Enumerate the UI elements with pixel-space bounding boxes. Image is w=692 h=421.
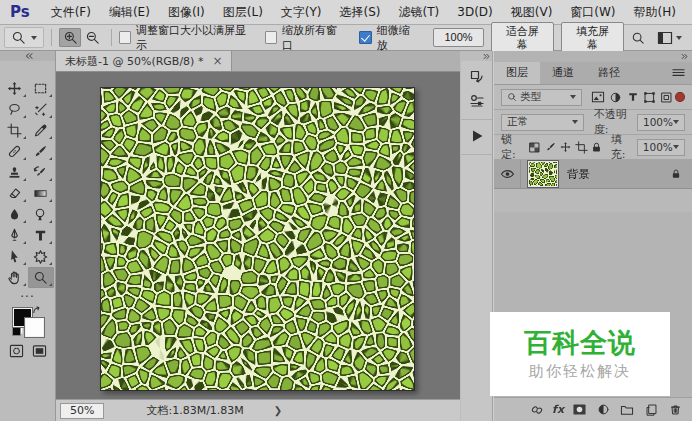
lock-image-icon[interactable] (543, 138, 559, 156)
layer-name[interactable]: 背景 (567, 167, 590, 182)
marquee-tool[interactable] (28, 78, 54, 99)
actions-panel-icon[interactable] (465, 125, 488, 147)
menu-type[interactable]: 文字(Y) (272, 1, 331, 24)
filter-adjustment-layers-icon[interactable] (607, 88, 624, 106)
layer-row-background[interactable]: 背景 (494, 160, 692, 189)
checkbox-icon (265, 31, 277, 44)
lock-transparency-icon[interactable] (527, 138, 543, 156)
healing-brush-tool[interactable] (2, 141, 28, 162)
eyedropper-tool[interactable] (28, 120, 54, 141)
filter-type-layers-icon[interactable] (624, 88, 641, 106)
filter-type-dropdown[interactable]: 类型 (501, 89, 582, 106)
menu-edit[interactable]: 编辑(E) (100, 1, 159, 24)
blend-mode-dropdown[interactable]: 正常 (501, 114, 584, 131)
status-bar: 50% 文档:1.83M/1.83M ❯ (56, 399, 460, 421)
history-brush-tool[interactable] (28, 162, 54, 183)
shape-tool[interactable] (28, 246, 54, 267)
current-tool-selector[interactable] (4, 27, 44, 48)
quick-mask-button[interactable] (9, 344, 24, 358)
scrubby-zoom-checkbox[interactable]: 细微缩放 (359, 23, 417, 53)
actual-pixels-button[interactable]: 100% (433, 28, 483, 47)
gradient-tool[interactable] (28, 183, 54, 204)
pen-tool[interactable] (2, 225, 28, 246)
zoom-all-windows-checkbox[interactable]: 缩放所有窗口 (265, 23, 344, 53)
menu-filter[interactable]: 滤镜(T) (390, 1, 449, 24)
stained-glass-texture[interactable] (101, 88, 414, 390)
panel-menu-icon[interactable] (665, 62, 692, 84)
opacity-dropdown[interactable]: 100% (637, 114, 685, 131)
menu-select[interactable]: 选择(S) (331, 1, 390, 24)
layer-thumbnail[interactable] (528, 161, 558, 187)
background-color[interactable] (25, 318, 44, 337)
adjustment-layer-icon[interactable] (594, 401, 612, 419)
hand-tool[interactable] (2, 267, 28, 288)
crop-tool[interactable] (2, 120, 28, 141)
new-group-icon[interactable] (618, 401, 636, 419)
layer-style-icon[interactable]: fx (552, 403, 564, 416)
new-layer-icon[interactable] (642, 401, 660, 419)
fill-value: 100% (643, 141, 673, 153)
fill-dropdown[interactable]: 100% (637, 139, 685, 156)
zoom-all-windows-label: 缩放所有窗口 (282, 23, 343, 53)
zoom-in-button[interactable] (59, 28, 81, 47)
fit-screen-button[interactable]: 适合屏幕 (491, 22, 554, 54)
filter-toggle-light[interactable] (675, 92, 685, 102)
add-mask-icon[interactable] (570, 401, 588, 419)
menu-help[interactable]: 帮助(H) (625, 1, 685, 24)
swap-colors-icon[interactable] (32, 306, 43, 317)
canvas-workspace[interactable] (56, 72, 460, 400)
magic-wand-tool[interactable] (28, 99, 54, 120)
tool-grid (0, 78, 55, 288)
path-selection-tool[interactable] (2, 246, 28, 267)
blur-tool[interactable] (2, 204, 28, 225)
link-layers-icon[interactable] (528, 401, 546, 419)
lock-position-icon[interactable] (558, 138, 574, 156)
lasso-tool[interactable] (2, 99, 28, 120)
clone-stamp-tool[interactable] (2, 162, 28, 183)
menu-file[interactable]: 文件(F) (42, 1, 100, 24)
zoom-out-button[interactable] (81, 28, 103, 47)
filter-smart-objects-icon[interactable] (658, 88, 675, 106)
zoom-tool[interactable] (28, 267, 54, 288)
menu-image[interactable]: 图像(I) (159, 1, 214, 24)
history-panel-icon[interactable] (465, 66, 488, 88)
close-icon[interactable]: × (212, 56, 222, 67)
lock-label: 锁定: (501, 132, 523, 162)
dodge-tool[interactable] (28, 204, 54, 225)
menu-layer[interactable]: 图层(L) (214, 1, 272, 24)
resize-windows-checkbox[interactable]: 调整窗口大小以满屏显示 (119, 23, 249, 53)
eraser-tool[interactable] (2, 183, 28, 204)
zoom-level-field[interactable]: 50% (60, 403, 104, 419)
dock-collapse-handle[interactable] (461, 51, 492, 61)
edit-toolbar-ellipsis[interactable]: ··· (0, 292, 55, 302)
brush-tool[interactable] (28, 141, 54, 162)
status-options-chevron[interactable]: ❯ (274, 405, 282, 416)
document-tab[interactable]: 未标题-1 @ 50%(RGB/8) * × (56, 51, 232, 71)
tab-channels[interactable]: 通道 (540, 62, 586, 84)
tab-layers[interactable]: 图层 (494, 62, 540, 84)
menu-3d[interactable]: 3D(D) (448, 1, 501, 24)
move-tool[interactable] (2, 78, 28, 99)
filter-pixel-layers-icon[interactable] (590, 88, 607, 106)
default-colors-icon[interactable] (12, 327, 21, 336)
lock-all-icon[interactable] (589, 138, 605, 156)
panel-collapse-handle[interactable] (494, 51, 692, 62)
lock-artboard-icon[interactable] (574, 138, 590, 156)
menu-window[interactable]: 窗口(W) (561, 1, 624, 24)
delete-layer-icon[interactable] (666, 401, 684, 419)
watermark-title: 百科全说 (524, 329, 636, 356)
toolbar-collapse-handle[interactable] (0, 51, 55, 61)
fill-screen-button[interactable]: 填充屏幕 (561, 22, 624, 54)
search-icon[interactable] (631, 31, 645, 45)
filter-shape-layers-icon[interactable] (641, 88, 658, 106)
layer-visibility-toggle[interactable] (494, 160, 521, 188)
tab-paths[interactable]: 路径 (586, 62, 632, 84)
document-image[interactable] (100, 87, 415, 391)
workspace-switcher[interactable] (657, 31, 682, 45)
chevron-down-icon (570, 95, 576, 99)
menu-view[interactable]: 视图(V) (502, 1, 562, 24)
ps-logo: Ps (10, 3, 30, 21)
properties-panel-icon[interactable] (465, 90, 488, 112)
screen-mode-button[interactable] (32, 344, 47, 358)
type-tool[interactable] (28, 225, 54, 246)
